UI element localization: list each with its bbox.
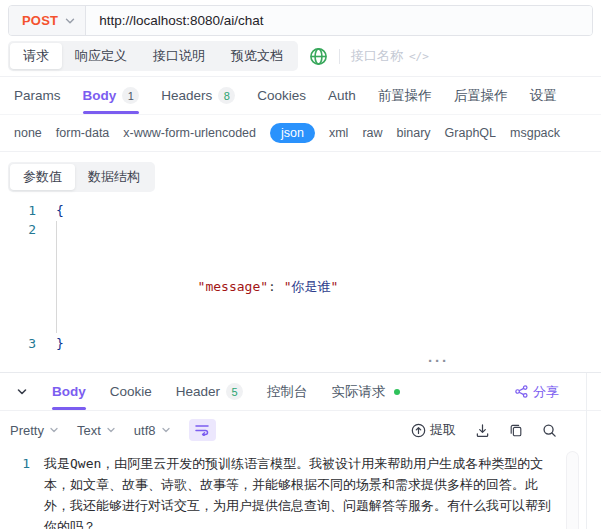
- tab-preview-docs[interactable]: 预览文档: [218, 43, 296, 69]
- download-button[interactable]: [475, 423, 490, 438]
- response-body-viewer[interactable]: 1 我是Qwen，由阿里云开发的预训练语言模型。我被设计用来帮助用户生成各种类型…: [0, 449, 601, 529]
- body-type-form-data[interactable]: form-data: [56, 126, 110, 140]
- api-name-placeholder: 接口名称: [351, 47, 403, 65]
- body-type-raw[interactable]: raw: [362, 126, 382, 140]
- tab-cookies[interactable]: Cookies: [257, 77, 306, 114]
- format-dropdown[interactable]: Pretty: [10, 423, 59, 438]
- extract-label: 提取: [430, 421, 456, 439]
- close-brace: }: [56, 336, 64, 351]
- body-type-json[interactable]: json: [270, 123, 315, 143]
- request-url-bar: POST http://localhost:8080/ai/chat: [8, 5, 593, 36]
- tab-actual-request[interactable]: 实际请求: [332, 373, 400, 410]
- panel-right-divider: [586, 373, 587, 529]
- tab-headers[interactable]: Headers 8: [161, 77, 235, 114]
- request-tabs: Params Body 1 Headers 8 Cookies Auth 前置操…: [0, 77, 601, 115]
- panel-resize-handle[interactable]: ···: [428, 354, 449, 368]
- tab-param-value[interactable]: 参数值: [10, 164, 75, 190]
- response-line-number: 1: [0, 453, 44, 529]
- collapse-panel-icon[interactable]: [16, 386, 28, 398]
- extract-icon: [411, 423, 426, 438]
- body-type-msgpack[interactable]: msgpack: [510, 126, 560, 140]
- response-panel: Body Cookie Header 5 控制台 实际请求 分享: [0, 372, 601, 529]
- tab-post-operations[interactable]: 后置操作: [454, 77, 508, 114]
- json-separator: :: [268, 279, 284, 294]
- method-dropdown[interactable]: POST: [9, 6, 86, 35]
- line-number: 1: [0, 201, 56, 220]
- open-brace: {: [56, 203, 64, 218]
- status-dot: [394, 389, 400, 395]
- encoding-dropdown[interactable]: utf8: [134, 423, 171, 438]
- doc-tabs: 请求 响应定义 接口说明 预览文档: [8, 41, 298, 71]
- tab-response-definition[interactable]: 响应定义: [62, 43, 140, 69]
- line-number: 3: [0, 334, 56, 353]
- copy-icon: [509, 423, 523, 438]
- word-wrap-icon: [195, 424, 209, 436]
- response-tabs: Body Cookie Header 5 控制台 实际请求 分享: [0, 373, 601, 411]
- copy-button[interactable]: [509, 423, 523, 438]
- body-editor-tabs-row: 参数值 数据结构: [0, 152, 601, 201]
- quote: ": [284, 279, 292, 294]
- tab-pre-operations[interactable]: 前置操作: [378, 77, 432, 114]
- word-wrap-toggle[interactable]: [189, 419, 216, 441]
- share-button[interactable]: 分享: [515, 383, 559, 401]
- tab-response-body[interactable]: Body: [52, 373, 86, 410]
- doc-tabs-row: 请求 响应定义 接口说明 预览文档 接口名称 </>: [0, 36, 601, 77]
- request-body-editor[interactable]: 1 { 2 "message": "你是谁" 3 }: [0, 201, 601, 353]
- tab-params[interactable]: Params: [14, 77, 61, 114]
- tab-api-description[interactable]: 接口说明: [140, 43, 218, 69]
- editor-line: 3 }: [0, 334, 601, 353]
- tab-settings[interactable]: 设置: [530, 77, 557, 114]
- headers-count-badge: 8: [218, 87, 235, 104]
- body-editor-tabs: 参数值 数据结构: [8, 162, 155, 192]
- tab-response-cookie[interactable]: Cookie: [110, 373, 152, 410]
- tab-auth[interactable]: Auth: [328, 77, 356, 114]
- search-icon: [542, 423, 557, 438]
- body-type-selector: none form-data x-www-form-urlencoded jso…: [0, 115, 601, 152]
- method-label: POST: [22, 13, 58, 28]
- response-actions: 提取: [411, 421, 557, 439]
- search-button[interactable]: [542, 423, 557, 438]
- body-type-graphql[interactable]: GraphQL: [445, 126, 496, 140]
- tab-response-header[interactable]: Header 5: [176, 373, 243, 410]
- divider: [339, 49, 340, 64]
- editor-line: 1 {: [0, 201, 601, 220]
- share-label: 分享: [533, 383, 559, 401]
- json-key: "message": [198, 279, 268, 294]
- view-dropdown[interactable]: Text: [77, 423, 116, 438]
- body-type-none[interactable]: none: [14, 126, 42, 140]
- tab-console[interactable]: 控制台: [267, 373, 308, 410]
- download-icon: [475, 423, 490, 438]
- body-type-binary[interactable]: binary: [397, 126, 431, 140]
- tab-body[interactable]: Body 1: [83, 77, 140, 114]
- code-brackets-icon: </>: [409, 50, 429, 63]
- quote: ": [331, 279, 339, 294]
- response-toolbar: Pretty Text utf8: [0, 411, 601, 449]
- api-name-field[interactable]: 接口名称 </>: [351, 47, 429, 65]
- body-count-badge: 1: [122, 87, 139, 104]
- share-icon: [515, 385, 528, 398]
- response-text: 我是Qwen，由阿里云开发的预训练语言模型。我被设计用来帮助用户生成各种类型的文…: [44, 453, 560, 529]
- chevron-down-icon: [65, 16, 75, 26]
- indent-guide: [56, 221, 57, 333]
- body-type-xml[interactable]: xml: [329, 126, 348, 140]
- url-input[interactable]: http://localhost:8080/ai/chat: [86, 6, 592, 35]
- tab-data-schema[interactable]: 数据结构: [75, 164, 153, 190]
- line-number: 2: [0, 220, 56, 334]
- tab-request[interactable]: 请求: [10, 43, 62, 69]
- response-scrollbar[interactable]: [566, 451, 579, 529]
- response-header-count-badge: 5: [226, 383, 243, 400]
- json-value: 你是谁: [292, 279, 331, 294]
- globe-icon: [309, 47, 328, 66]
- editor-line: 2 "message": "你是谁": [0, 220, 601, 334]
- body-type-urlencoded[interactable]: x-www-form-urlencoded: [123, 126, 256, 140]
- extract-button[interactable]: 提取: [411, 421, 456, 439]
